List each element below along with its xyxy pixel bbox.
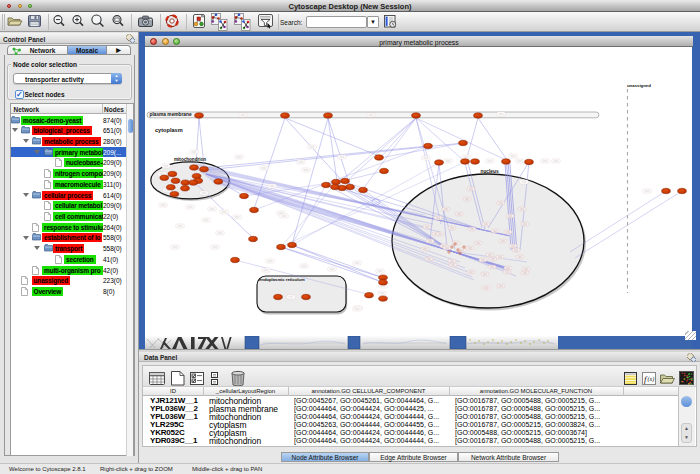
svg-text:mitochondrion: mitochondrion xyxy=(174,157,206,162)
svg-text:endoplasmic reticulum: endoplasmic reticulum xyxy=(259,277,305,282)
svg-text:cytoplasm: cytoplasm xyxy=(155,127,183,133)
svg-text:unassigned: unassigned xyxy=(627,83,651,88)
svg-text:(x): (x) xyxy=(648,376,655,383)
svg-text:nucleus: nucleus xyxy=(481,169,499,174)
svg-text:plasma membrane: plasma membrane xyxy=(150,112,192,117)
